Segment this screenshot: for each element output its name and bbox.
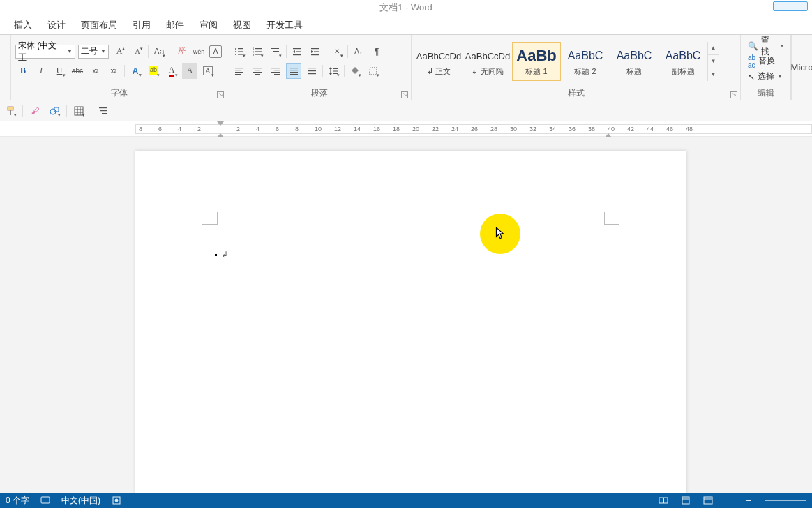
margin-corner-tl — [202, 212, 218, 225]
underline-button[interactable]: U▾ — [52, 64, 67, 79]
print-layout-button[interactable] — [679, 495, 692, 506]
window-control-placeholder[interactable] — [773, 1, 808, 11]
superscript-button[interactable]: x2 — [106, 64, 121, 79]
highlight-color-button[interactable]: ab▾ — [146, 64, 161, 79]
shading-button[interactable]: ▾ — [347, 64, 363, 79]
replace-icon: abac — [748, 54, 755, 69]
horizontal-ruler[interactable]: 8642246810121416182022242628303234363840… — [0, 121, 812, 137]
qat-format-painter[interactable]: ▾ — [3, 103, 18, 119]
align-left-button[interactable] — [232, 64, 247, 79]
font-size-combo[interactable]: 二号▼ — [78, 45, 109, 59]
bullets-button[interactable]: ▾ — [232, 44, 247, 59]
distribute-button[interactable] — [304, 64, 319, 79]
svg-rect-7 — [255, 48, 262, 49]
clear-formatting-button[interactable]: A⌫ — [173, 44, 188, 59]
spellcheck-icon[interactable] — [39, 495, 52, 506]
subscript-button[interactable]: x2 — [88, 64, 103, 79]
cursor-highlight — [480, 214, 520, 254]
tab-mail[interactable]: 邮件 — [166, 19, 184, 31]
character-shading-button[interactable]: A — [182, 64, 197, 79]
qat-brush[interactable]: 🖌 — [27, 103, 43, 119]
font-color-button[interactable]: A▾ — [164, 64, 179, 79]
qat-more[interactable]: ⋮ — [115, 103, 130, 119]
select-button[interactable]: ↖选择▾ — [745, 69, 786, 84]
svg-rect-38 — [290, 74, 298, 75]
svg-rect-61 — [41, 497, 50, 503]
grow-font-button[interactable]: A▴ — [112, 44, 127, 59]
tab-references[interactable]: 引用 — [133, 19, 151, 31]
tab-review[interactable]: 审阅 — [200, 19, 218, 31]
styles-scroll-down[interactable]: ▼ — [708, 55, 719, 68]
line-spacing-button[interactable]: ▾ — [326, 64, 341, 79]
tab-developer[interactable]: 开发工具 — [266, 19, 303, 31]
style-item-0[interactable]: AaBbCcDd↲ 正文 — [414, 42, 463, 81]
styles-scroll-up[interactable]: ▲ — [708, 42, 719, 55]
svg-rect-21 — [314, 51, 319, 52]
style-item-5[interactable]: AaBbC副标题 — [659, 42, 707, 81]
align-right-button[interactable] — [268, 64, 283, 79]
document-area[interactable]: ↲ — [0, 137, 812, 493]
bold-button[interactable]: B — [15, 64, 31, 79]
borders-button[interactable]: ▾ — [366, 64, 381, 79]
page[interactable]: ↲ — [135, 151, 686, 493]
svg-rect-14 — [274, 54, 279, 54]
ruler-tick: 42 — [627, 126, 634, 133]
web-layout-button[interactable] — [702, 495, 714, 506]
character-border-button[interactable]: A▾ — [200, 64, 216, 79]
ruler-tick: 36 — [569, 126, 576, 133]
replace-button[interactable]: abac替换 — [745, 54, 786, 69]
italic-button[interactable]: I — [33, 64, 49, 79]
sort-button[interactable]: A↓ — [351, 44, 366, 59]
svg-point-0 — [235, 48, 236, 50]
tab-view[interactable]: 视图 — [233, 19, 251, 31]
language-status[interactable]: 中文(中国) — [61, 495, 100, 507]
svg-rect-35 — [290, 68, 298, 68]
tab-insert[interactable]: 插入 — [14, 19, 32, 31]
zoom-slider[interactable] — [765, 500, 806, 501]
qat-shape[interactable]: ▾ — [47, 103, 62, 119]
multilevel-list-button[interactable]: ▾ — [268, 44, 283, 59]
align-justify-button[interactable] — [286, 64, 301, 79]
qat-table[interactable]: ▾ — [71, 103, 87, 119]
zoom-out-button[interactable]: − — [742, 495, 755, 506]
font-name-combo[interactable]: 宋体 (中文正▼ — [15, 45, 75, 59]
svg-rect-30 — [255, 74, 260, 75]
increase-indent-button[interactable] — [308, 44, 323, 59]
first-line-indent-marker[interactable] — [217, 121, 224, 126]
tab-pagelayout[interactable]: 页面布局 — [81, 19, 117, 31]
phonetic-guide-button[interactable]: wén — [191, 44, 206, 59]
style-name: 副标题 — [672, 66, 695, 77]
font-dialog-launcher[interactable]: ↘ — [217, 91, 224, 98]
group-styles: AaBbCcDd↲ 正文AaBbCcDd↲ 无间隔AaBb标题 1AaBbC标题… — [412, 35, 741, 100]
asian-layout-button[interactable]: ✕▾ — [329, 44, 345, 59]
qat-outline[interactable] — [96, 103, 111, 119]
ruler-tick: 12 — [334, 126, 341, 133]
styles-dialog-launcher[interactable]: ↘ — [730, 91, 737, 98]
style-item-3[interactable]: AaBbC标题 2 — [561, 42, 610, 81]
change-case-button[interactable]: Aa▾ — [151, 44, 167, 59]
paragraph-dialog-launcher[interactable]: ↘ — [401, 91, 408, 98]
find-button[interactable]: 🔍查找▾ — [745, 38, 786, 54]
style-preview: AaBb — [516, 45, 556, 66]
shrink-font-button[interactable]: A▾ — [130, 44, 145, 59]
macro-icon[interactable] — [110, 495, 123, 506]
svg-text:3: 3 — [253, 53, 255, 57]
align-center-button[interactable] — [250, 64, 265, 79]
style-item-4[interactable]: AaBbC标题 — [610, 42, 659, 81]
enclose-characters-button[interactable]: A — [209, 45, 222, 58]
show-marks-button[interactable]: ¶ — [369, 44, 384, 59]
paragraph-group-label: 段落↘ — [227, 87, 411, 100]
styles-expand[interactable]: ▼ — [708, 68, 719, 81]
tab-design[interactable]: 设计 — [47, 19, 66, 31]
styles-group-label: 样式↘ — [412, 87, 740, 100]
decrease-indent-button[interactable] — [290, 44, 305, 59]
word-count[interactable]: 0 个字 — [6, 495, 29, 507]
svg-rect-32 — [274, 70, 280, 70]
style-item-2[interactable]: AaBb标题 1 — [512, 42, 561, 81]
strikethrough-button[interactable]: abc — [70, 64, 85, 79]
text-effects-button[interactable]: A▾ — [128, 64, 143, 79]
style-item-1[interactable]: AaBbCcDd↲ 无间隔 — [463, 42, 512, 81]
ruler-tick: 22 — [432, 126, 439, 133]
read-mode-button[interactable] — [657, 495, 670, 506]
numbering-button[interactable]: 123▾ — [250, 44, 265, 59]
